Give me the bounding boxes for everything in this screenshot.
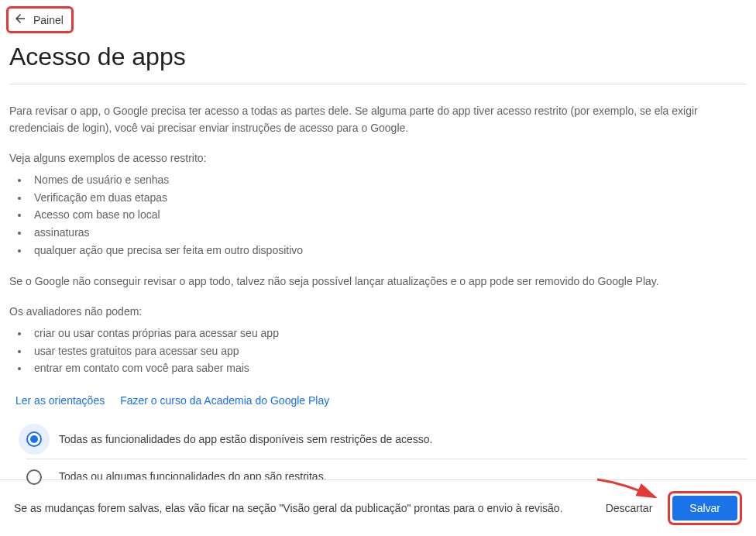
back-to-dashboard-link[interactable]: Painel [6,6,74,33]
radio-label-unrestricted: Todas as funcionalidades do app estão di… [59,431,433,448]
examples-label: Veja alguns exemplos de acesso restrito: [9,150,747,167]
footer-message: Se as mudanças forem salvas, elas vão fi… [14,502,595,514]
back-link-label: Painel [33,14,64,26]
save-highlight-annotation: Salvar [668,491,742,525]
arrow-left-icon [13,12,27,28]
list-item: Nomes de usuário e senhas [29,172,747,189]
list-item: usar testes gratuitos para acessar seu a… [29,343,747,360]
list-item: Verificação em duas etapas [29,190,747,207]
footer-bar: Se as mudanças forem salvas, elas vão fi… [0,479,756,536]
list-item: criar ou usar contas próprias para acess… [29,325,747,342]
warning-text: Se o Google não conseguir revisar o app … [9,273,747,290]
discard-button[interactable]: Descartar [595,496,664,521]
reviewers-list: criar ou usar contas próprias para acess… [9,325,747,377]
save-button[interactable]: Salvar [672,496,737,521]
list-item: entrar em contato com você para saber ma… [29,360,747,377]
list-item: qualquer ação que precisa ser feita em o… [29,242,747,259]
title-divider [9,84,747,84]
list-item: assinaturas [29,225,747,242]
list-item: Acesso com base no local [29,207,747,224]
academy-course-link[interactable]: Fazer o curso da Academia do Google Play [120,393,329,410]
radio-button-selected-icon [26,431,42,447]
read-guidelines-link[interactable]: Ler as orientações [15,393,105,410]
examples-list: Nomes de usuário e senhas Verificação em… [9,172,747,259]
radio-option-unrestricted[interactable]: Todas as funcionalidades do app estão di… [9,422,747,459]
page-title: Acesso de apps [9,43,756,71]
intro-paragraph: Para revisar o app, o Google precisa ter… [9,103,747,136]
reviewers-label: Os avaliadores não podem: [9,304,747,321]
